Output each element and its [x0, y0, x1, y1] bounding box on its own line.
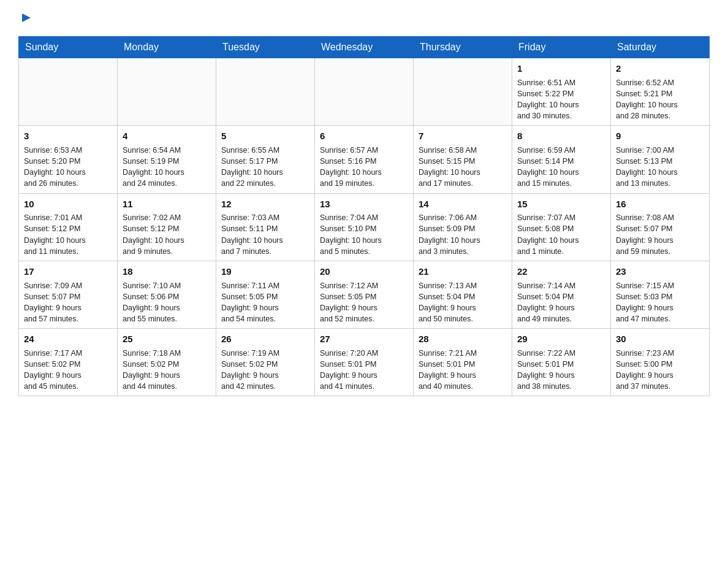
calendar-cell: 26Sunrise: 7:19 AM Sunset: 5:02 PM Dayli…	[216, 329, 315, 396]
day-info: Sunrise: 7:15 AM Sunset: 5:03 PM Dayligh…	[616, 280, 704, 325]
day-number: 6	[320, 129, 408, 143]
calendar-cell	[118, 58, 216, 126]
day-info: Sunrise: 7:08 AM Sunset: 5:07 PM Dayligh…	[616, 212, 704, 257]
day-number: 30	[616, 332, 704, 346]
day-info: Sunrise: 7:09 AM Sunset: 5:07 PM Dayligh…	[24, 280, 112, 325]
day-number: 22	[517, 265, 605, 278]
logo	[18, 12, 42, 25]
calendar-week-row: 10Sunrise: 7:01 AM Sunset: 5:12 PM Dayli…	[19, 193, 710, 261]
day-number: 25	[123, 332, 211, 346]
day-number: 10	[24, 197, 112, 211]
calendar-week-row: 3Sunrise: 6:53 AM Sunset: 5:20 PM Daylig…	[19, 126, 710, 193]
day-info: Sunrise: 7:11 AM Sunset: 5:05 PM Dayligh…	[221, 280, 309, 325]
day-number: 5	[221, 129, 309, 143]
day-info: Sunrise: 7:04 AM Sunset: 5:10 PM Dayligh…	[320, 212, 408, 257]
calendar-cell: 13Sunrise: 7:04 AM Sunset: 5:10 PM Dayli…	[315, 193, 414, 261]
calendar-cell: 4Sunrise: 6:54 AM Sunset: 5:19 PM Daylig…	[118, 126, 216, 193]
calendar-week-row: 24Sunrise: 7:17 AM Sunset: 5:02 PM Dayli…	[19, 329, 710, 396]
day-number: 14	[419, 197, 507, 211]
calendar-cell: 23Sunrise: 7:15 AM Sunset: 5:03 PM Dayli…	[611, 261, 710, 328]
day-info: Sunrise: 6:52 AM Sunset: 5:21 PM Dayligh…	[616, 77, 704, 122]
calendar-cell: 2Sunrise: 6:52 AM Sunset: 5:21 PM Daylig…	[611, 58, 710, 126]
calendar-table: SundayMondayTuesdayWednesdayThursdayFrid…	[18, 36, 710, 396]
calendar-cell: 25Sunrise: 7:18 AM Sunset: 5:02 PM Dayli…	[118, 329, 216, 396]
day-of-week-header: Monday	[118, 37, 216, 58]
day-number: 11	[123, 197, 211, 211]
day-info: Sunrise: 7:06 AM Sunset: 5:09 PM Dayligh…	[419, 212, 507, 257]
day-number: 21	[419, 265, 507, 278]
day-of-week-header: Friday	[512, 37, 611, 58]
day-number: 26	[221, 332, 309, 346]
day-info: Sunrise: 7:18 AM Sunset: 5:02 PM Dayligh…	[123, 348, 211, 393]
calendar-header-row: SundayMondayTuesdayWednesdayThursdayFrid…	[19, 37, 710, 58]
calendar-cell: 5Sunrise: 6:55 AM Sunset: 5:17 PM Daylig…	[216, 126, 315, 193]
calendar-cell	[315, 58, 414, 126]
day-number: 20	[320, 265, 408, 278]
day-number: 3	[24, 129, 112, 143]
calendar-cell: 1Sunrise: 6:51 AM Sunset: 5:22 PM Daylig…	[512, 58, 611, 126]
calendar-cell: 6Sunrise: 6:57 AM Sunset: 5:16 PM Daylig…	[315, 126, 414, 193]
day-info: Sunrise: 6:51 AM Sunset: 5:22 PM Dayligh…	[517, 77, 605, 122]
day-info: Sunrise: 6:54 AM Sunset: 5:19 PM Dayligh…	[123, 145, 211, 190]
calendar-cell: 27Sunrise: 7:20 AM Sunset: 5:01 PM Dayli…	[315, 329, 414, 396]
calendar-cell: 19Sunrise: 7:11 AM Sunset: 5:05 PM Dayli…	[216, 261, 315, 328]
calendar-cell: 18Sunrise: 7:10 AM Sunset: 5:06 PM Dayli…	[118, 261, 216, 328]
calendar-cell: 11Sunrise: 7:02 AM Sunset: 5:12 PM Dayli…	[118, 193, 216, 261]
day-info: Sunrise: 7:01 AM Sunset: 5:12 PM Dayligh…	[24, 212, 112, 257]
day-info: Sunrise: 7:23 AM Sunset: 5:00 PM Dayligh…	[616, 348, 704, 393]
day-info: Sunrise: 6:53 AM Sunset: 5:20 PM Dayligh…	[24, 145, 112, 190]
day-info: Sunrise: 7:10 AM Sunset: 5:06 PM Dayligh…	[123, 280, 211, 325]
calendar-cell: 30Sunrise: 7:23 AM Sunset: 5:00 PM Dayli…	[611, 329, 710, 396]
page-header	[18, 12, 710, 25]
day-number: 17	[24, 265, 112, 278]
calendar-cell: 7Sunrise: 6:58 AM Sunset: 5:15 PM Daylig…	[414, 126, 512, 193]
day-of-week-header: Wednesday	[315, 37, 414, 58]
day-number: 18	[123, 265, 211, 278]
calendar-cell: 29Sunrise: 7:22 AM Sunset: 5:01 PM Dayli…	[512, 329, 611, 396]
day-number: 2	[616, 62, 704, 75]
calendar-cell: 16Sunrise: 7:08 AM Sunset: 5:07 PM Dayli…	[611, 193, 710, 261]
day-info: Sunrise: 6:57 AM Sunset: 5:16 PM Dayligh…	[320, 145, 408, 190]
logo-arrow-icon	[20, 11, 33, 25]
day-info: Sunrise: 6:55 AM Sunset: 5:17 PM Dayligh…	[221, 145, 309, 190]
day-number: 23	[616, 265, 704, 278]
day-info: Sunrise: 7:21 AM Sunset: 5:01 PM Dayligh…	[419, 348, 507, 393]
day-number: 7	[419, 129, 507, 143]
day-of-week-header: Sunday	[19, 37, 118, 58]
day-info: Sunrise: 7:02 AM Sunset: 5:12 PM Dayligh…	[123, 212, 211, 257]
calendar-cell	[19, 58, 118, 126]
day-number: 28	[419, 332, 507, 346]
calendar-cell: 10Sunrise: 7:01 AM Sunset: 5:12 PM Dayli…	[19, 193, 118, 261]
calendar-cell: 24Sunrise: 7:17 AM Sunset: 5:02 PM Dayli…	[19, 329, 118, 396]
day-number: 27	[320, 332, 408, 346]
calendar-week-row: 17Sunrise: 7:09 AM Sunset: 5:07 PM Dayli…	[19, 261, 710, 328]
calendar-cell	[414, 58, 512, 126]
day-number: 1	[517, 62, 605, 75]
calendar-cell: 14Sunrise: 7:06 AM Sunset: 5:09 PM Dayli…	[414, 193, 512, 261]
day-info: Sunrise: 7:14 AM Sunset: 5:04 PM Dayligh…	[517, 280, 605, 325]
day-of-week-header: Thursday	[414, 37, 512, 58]
calendar-cell: 9Sunrise: 7:00 AM Sunset: 5:13 PM Daylig…	[611, 126, 710, 193]
calendar-cell: 28Sunrise: 7:21 AM Sunset: 5:01 PM Dayli…	[414, 329, 512, 396]
calendar-cell: 17Sunrise: 7:09 AM Sunset: 5:07 PM Dayli…	[19, 261, 118, 328]
day-number: 4	[123, 129, 211, 143]
calendar-cell: 22Sunrise: 7:14 AM Sunset: 5:04 PM Dayli…	[512, 261, 611, 328]
day-info: Sunrise: 7:12 AM Sunset: 5:05 PM Dayligh…	[320, 280, 408, 325]
calendar-cell: 20Sunrise: 7:12 AM Sunset: 5:05 PM Dayli…	[315, 261, 414, 328]
day-info: Sunrise: 7:00 AM Sunset: 5:13 PM Dayligh…	[616, 145, 704, 190]
day-number: 8	[517, 129, 605, 143]
svg-marker-0	[22, 13, 31, 22]
day-info: Sunrise: 7:07 AM Sunset: 5:08 PM Dayligh…	[517, 212, 605, 257]
day-info: Sunrise: 6:59 AM Sunset: 5:14 PM Dayligh…	[517, 145, 605, 190]
day-of-week-header: Saturday	[611, 37, 710, 58]
calendar-cell: 8Sunrise: 6:59 AM Sunset: 5:14 PM Daylig…	[512, 126, 611, 193]
day-number: 13	[320, 197, 408, 211]
day-number: 19	[221, 265, 309, 278]
day-info: Sunrise: 7:22 AM Sunset: 5:01 PM Dayligh…	[517, 348, 605, 393]
day-info: Sunrise: 7:19 AM Sunset: 5:02 PM Dayligh…	[221, 348, 309, 393]
day-info: Sunrise: 7:20 AM Sunset: 5:01 PM Dayligh…	[320, 348, 408, 393]
day-number: 15	[517, 197, 605, 211]
day-number: 9	[616, 129, 704, 143]
day-of-week-header: Tuesday	[216, 37, 315, 58]
day-info: Sunrise: 6:58 AM Sunset: 5:15 PM Dayligh…	[419, 145, 507, 190]
